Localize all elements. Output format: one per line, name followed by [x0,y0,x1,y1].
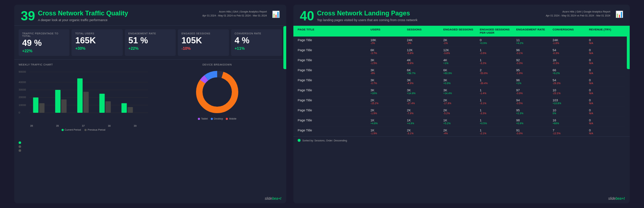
kpi-value-3: 105K [181,36,225,45]
table-row: Page Title1K+4.6%1K+4.9%1K+5.2%1+0.5%98+… [298,117,625,127]
kpi-grid: TRAFFIC PERCENTAGE TO TOTAL 49 % +22% TO… [14,26,286,60]
th-4: Engaged sessions per user [480,28,516,34]
td-3-6: 66+9.2% [552,68,589,74]
slide-number-right: 40 [300,10,314,23]
table-row: Page Title18K-2%24K-3%2K-1%0+0.9%11+4.2%… [298,37,625,47]
nav-dots [14,139,286,155]
td-6-7: 0N/A [589,98,625,105]
left-title: Cross Network Traffic Quality [38,10,128,18]
td-2-5: 92-0.3% [516,58,553,64]
td-4-6: 54-29.3% [552,78,589,84]
table-row: Page Title1K-1.9%2K-3.1%2K-4%1-2.1%91-0.… [298,127,625,136]
x-label-3: 37 [82,125,85,127]
td-8-0: Page Title [298,118,371,125]
left-meta-line1: Acorn Hills | GA4 | Google Analytics Rep… [202,10,267,14]
footer-sort-text: Sorted by: Sessions, Order: Descending [302,139,347,142]
table-body: Page Title18K-2%24K-3%2K-1%0+0.9%11+4.2%… [293,37,630,136]
table-footer: Sorted by: Sessions, Order: Descending [293,136,630,144]
kpi-value-2: 51 % [128,36,172,45]
svg-text:0: 0 [19,111,20,114]
td-1-4: 1-2.6% [480,48,516,54]
bar-chart-legend: Current Period Previous Period [19,129,148,131]
right-bar-chart-icon: 📊 [615,10,623,18]
kpi-card-4: CONVERSION RATE 4 % +11% [231,29,282,56]
right-title-block: 40 Cross Network Landing Pages Top landi… [300,10,418,23]
td-1-1: 6K-3.7% [371,48,407,54]
kpi-card-1: TOTAL USERS 165K +30% [72,29,122,56]
table-row: Page Title3K-1.5%4K-0.8%4K+1%1-3.2%92-0.… [298,57,625,67]
legend-previous: Previous Period [84,129,105,131]
td-0-5: 11+4.2% [516,38,553,44]
table-header-row: Page TitleUsersSessionsEngaged SessionsE… [293,26,630,37]
nav-dot-2[interactable] [19,145,21,148]
green-accent-bar [283,26,286,69]
right-green-accent-bar [627,26,630,69]
table-row: Page Title3K-0.7%3K-4.9%3K+0.9%1-39.4%96… [298,77,625,87]
x-label-2: 35 [56,125,59,127]
td-7-2: 2K-7.9% [407,108,443,115]
kpi-value-1: 165K [75,36,119,45]
kpi-label-2: ENGAGEMENT RATE [128,32,172,35]
nav-dot-3[interactable] [19,149,21,152]
td-5-6: 10-23.1% [552,88,589,95]
kpi-label-4: CONVERSION RATE [235,32,278,35]
td-2-2: 4K-0.8% [407,58,443,64]
table-row: Page Title2K-1.9%2K-7.9%2K-5.2%1-3.3%95+… [298,107,625,117]
td-2-7: 0N/A [589,58,625,64]
device-legend: Tablet Desktop Mobile [198,117,236,120]
svg-rect-12 [33,97,38,113]
td-1-5: 96-0.1% [516,48,553,54]
kpi-change-2: +22% [128,46,172,50]
legend-current: Current Period [62,129,81,131]
td-9-6: 7-12.5% [552,129,589,135]
td-4-5: 96+1% [516,78,553,84]
td-2-6: 1K-0.3% [552,58,589,64]
slide-number-left: 39 [21,10,35,23]
td-0-4: 0+0.9% [480,38,516,44]
td-6-3: 2K-17.8% [443,98,480,105]
td-2-1: 3K-1.5% [371,58,407,64]
th-5: Engagement Rate [516,28,553,34]
right-slide-header: 40 Cross Network Landing Pages Top landi… [293,5,630,26]
kpi-label-3: ENGAGED SESSIONS [181,32,225,35]
kpi-card-2: ENGAGEMENT RATE 51 % +22% [125,29,176,56]
bar-chart-container: 90000 40000 30000 20000 10000 0 [19,69,148,130]
td-8-6: 16+60% [552,118,589,125]
svg-text:10000: 10000 [19,103,26,107]
right-meta-line2: Apr 01 2024 - May 01 2024 vs Feb 01 2024… [546,14,610,18]
left-meta-line2: Apr 01 2024 - May 01 2024 vs Feb 01 2024… [202,14,267,18]
td-4-1: 3K-0.7% [371,78,407,84]
td-6-4: 1-3.1% [480,98,516,105]
td-5-3: 3K+14.4% [443,88,480,95]
kpi-value-0: 49 % [22,39,66,47]
kpi-change-1: +30% [75,46,119,50]
td-3-4: 2-53.6% [480,68,516,74]
td-8-1: 1K+4.6% [371,118,407,125]
td-1-7: 0N/A [589,48,625,54]
nav-dot-1[interactable] [19,141,21,144]
td-0-7: 0N/A [589,38,625,44]
td-1-2: 12K-0.8% [407,48,443,54]
td-6-5: 94-0.5% [516,98,553,105]
td-5-0: Page Title [298,88,371,95]
kpi-change-4: +11% [235,46,278,50]
td-9-1: 1K-1.9% [371,129,407,135]
svg-text:20000: 20000 [19,96,26,99]
td-7-4: 1-3.3% [480,108,516,115]
bar-chart-icon: 📊 [272,10,280,18]
td-9-5: 91-0.9% [516,129,553,135]
svg-rect-20 [121,103,127,113]
x-label-4: 38 [108,125,111,127]
td-6-0: Page Title [298,98,371,105]
svg-text:40000: 40000 [19,81,26,84]
td-8-3: 1K+5.2% [443,118,480,125]
td-4-2: 3K-4.9% [407,78,443,84]
left-title-text: Cross Network Traffic Quality A deeper l… [38,10,128,22]
td-7-7: 0N/A [589,108,625,115]
left-title-block: 39 Cross Network Traffic Quality A deepe… [21,10,128,23]
td-9-4: 1-2.1% [480,129,516,135]
right-subtitle: Top landing pages visited by users that … [317,18,418,22]
th-6: Conversions [552,28,589,34]
bar-chart-svg: 90000 40000 30000 20000 10000 0 [19,69,148,122]
left-meta: Acorn Hills | GA4 | Google Analytics Rep… [202,10,267,18]
